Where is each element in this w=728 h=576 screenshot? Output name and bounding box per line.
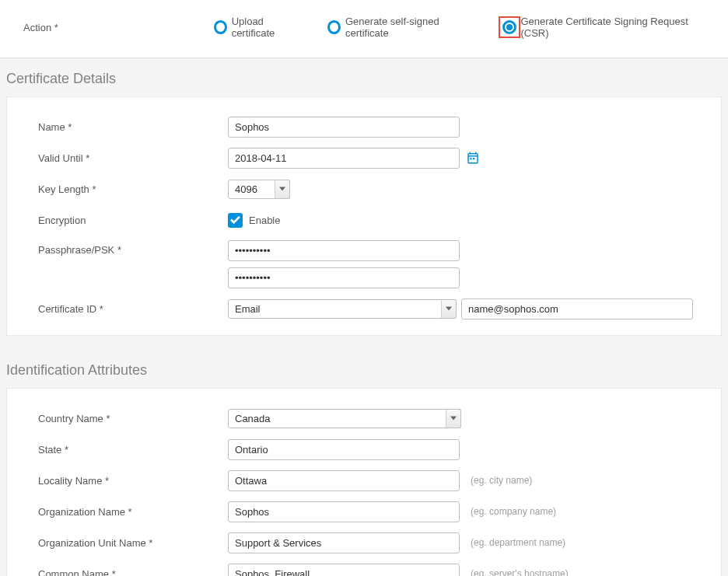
row-name: Name * <box>7 111 721 142</box>
row-encryption: Encryption Enable <box>7 204 721 236</box>
action-label: Action * <box>23 22 214 33</box>
radio-inner-icon <box>506 24 513 30</box>
passphrase-confirm-input[interactable] <box>228 267 460 288</box>
hint-org: (eg. company name) <box>471 506 556 517</box>
radio-generate-self-signed[interactable]: Generate self-signed certificate <box>327 16 476 39</box>
label-valid-until: Valid Until * <box>38 152 228 164</box>
row-cert-id: Certificate ID * Email <box>7 293 721 324</box>
radio-label: Upload certificate <box>232 16 304 39</box>
hint-org-unit: (eg. department name) <box>471 537 565 548</box>
radio-icon <box>214 20 227 34</box>
label-org-unit: Organization Unit Name * <box>38 537 228 549</box>
row-org: Organization Name * (eg. company name) <box>7 496 721 527</box>
label-cert-id: Certificate ID * <box>38 303 228 315</box>
enable-label: Enable <box>249 215 280 226</box>
row-common-name: Common Name * (eg. server's hostname) <box>7 558 721 576</box>
label-passphrase: Passphrase/PSK * <box>38 240 228 256</box>
name-input[interactable] <box>228 117 460 138</box>
label-common-name: Common Name * <box>38 568 228 577</box>
key-length-select[interactable]: 4096 <box>228 180 290 199</box>
label-encryption: Encryption <box>38 215 228 226</box>
radio-upload-certificate[interactable]: Upload certificate <box>214 16 304 39</box>
org-input[interactable] <box>228 501 460 522</box>
label-name: Name * <box>38 121 228 133</box>
state-input[interactable] <box>228 439 460 460</box>
calendar-icon[interactable] <box>466 151 480 165</box>
radio-generate-csr[interactable]: Generate Certificate Signing Request (CS… <box>499 16 705 39</box>
radio-icon <box>502 20 516 34</box>
highlight-box <box>499 16 520 38</box>
action-bar: Action * Upload certificate Generate sel… <box>0 0 728 58</box>
cert-id-value-input[interactable] <box>461 298 693 319</box>
row-locality: Locality Name * (eg. city name) <box>7 465 721 496</box>
radio-icon <box>327 20 341 34</box>
valid-until-input[interactable] <box>228 148 460 169</box>
row-state: State * <box>7 434 721 465</box>
section-ident: Country Name * Canada State * Locality N… <box>6 388 722 576</box>
common-name-input[interactable] <box>228 564 460 577</box>
label-locality: Locality Name * <box>38 475 228 487</box>
row-key-length: Key Length * 4096 <box>7 173 721 204</box>
label-state: State * <box>38 444 228 456</box>
locality-input[interactable] <box>228 470 460 491</box>
radio-label: Generate Certificate Signing Request (CS… <box>520 16 705 39</box>
action-radio-group: Upload certificate Generate self-signed … <box>214 16 705 39</box>
hint-locality: (eg. city name) <box>471 475 532 486</box>
label-org: Organization Name * <box>38 506 228 518</box>
label-key-length: Key Length * <box>38 183 228 195</box>
passphrase-input[interactable] <box>228 240 460 261</box>
section-cert-details: Name * Valid Until * Key Length * 4096 E… <box>6 96 722 336</box>
hint-common-name: (eg. server's hostname) <box>471 568 569 576</box>
row-valid-until: Valid Until * <box>7 142 721 173</box>
section-title-cert-details: Certificate Details <box>0 58 728 96</box>
encryption-checkbox[interactable] <box>228 213 243 228</box>
row-org-unit: Organization Unit Name * (eg. department… <box>7 527 721 558</box>
row-passphrase: Passphrase/PSK * <box>7 236 721 293</box>
org-unit-input[interactable] <box>228 532 460 553</box>
label-country: Country Name * <box>38 413 228 424</box>
radio-label: Generate self-signed certificate <box>345 16 475 39</box>
cert-id-type-select[interactable]: Email <box>228 299 457 319</box>
country-select[interactable]: Canada <box>228 409 461 428</box>
row-country: Country Name * Canada <box>7 403 721 434</box>
section-title-ident: Identification Attributes <box>0 350 728 388</box>
